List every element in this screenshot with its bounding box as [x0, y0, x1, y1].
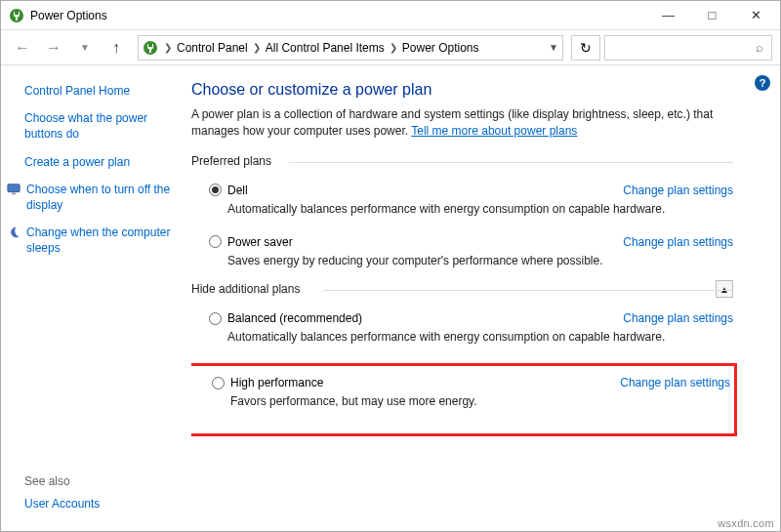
preferred-plans-label: Preferred plans [191, 154, 733, 170]
back-button[interactable]: ← [9, 34, 36, 61]
radio-icon [209, 184, 222, 196]
learn-more-link[interactable]: Tell me more about power plans [411, 124, 577, 138]
plan-radio-dell[interactable]: Dell [209, 184, 248, 197]
search-icon: ⌕ [756, 40, 763, 55]
change-plan-settings-link[interactable]: Change plan settings [623, 184, 733, 197]
group-text: Preferred plans [191, 154, 271, 168]
forward-button[interactable]: → [40, 34, 67, 61]
window-controls: — □ ✕ [646, 2, 778, 29]
sidebar-link[interactable]: Create a power plan [24, 154, 184, 170]
collapse-icon[interactable]: ▲ [716, 280, 733, 298]
sidebar-link[interactable]: Choose what the power buttons do [24, 110, 184, 142]
maximize-button[interactable]: □ [690, 2, 734, 29]
plan-name: Dell [227, 184, 248, 197]
intro-text: A power plan is a collection of hardware… [191, 106, 733, 141]
sidebar-link[interactable]: Change when the computer sleeps [26, 225, 184, 256]
sidebar-link[interactable]: Choose when to turn off the display [26, 182, 184, 213]
chevron-right-icon[interactable]: ❯ [388, 42, 399, 53]
radio-icon [212, 377, 225, 389]
window-title: Power Options [30, 9, 646, 22]
svg-rect-2 [8, 184, 20, 192]
recent-dropdown[interactable]: ▼ [71, 34, 99, 61]
plan-name: High performance [230, 376, 323, 389]
plan-radio-high-performance[interactable]: High performance [212, 376, 323, 389]
radio-icon [209, 312, 222, 325]
watermark: wsxdn.com [718, 517, 774, 529]
chevron-right-icon[interactable]: ❯ [162, 42, 174, 53]
plan-desc: Saves energy by reducing your computer's… [227, 253, 733, 269]
navbar: ← → ▼ ↑ ❯ Control Panel ❯ All Control Pa… [1, 30, 780, 65]
up-button[interactable]: ↑ [103, 34, 130, 61]
page-title: Choose or customize a power plan [191, 81, 733, 99]
power-options-icon [143, 40, 158, 56]
change-plan-settings-link[interactable]: Change plan settings [623, 311, 733, 325]
control-panel-home-link[interactable]: Control Panel Home [24, 83, 184, 99]
plan-radio-power-saver[interactable]: Power saver [209, 235, 293, 249]
plan-desc: Automatically balances performance with … [227, 201, 733, 218]
power-plan-power-saver: Power saver Change plan settings Saves e… [191, 231, 733, 283]
see-also-link[interactable]: User Accounts [24, 496, 184, 512]
power-plan-high-performance: High performance Change plan settings Fa… [194, 372, 730, 410]
radio-icon [209, 235, 222, 248]
chevron-down-icon[interactable]: ▼ [549, 42, 558, 53]
titlebar: Power Options — □ ✕ [1, 1, 780, 30]
power-plan-balanced: Balanced (recommended) Change plan setti… [191, 307, 733, 359]
refresh-button[interactable]: ↻ [571, 35, 600, 61]
sidebar: Control Panel Home Choose what the power… [1, 65, 191, 532]
display-icon [7, 183, 21, 196]
plan-radio-balanced[interactable]: Balanced (recommended) [209, 311, 362, 325]
svg-rect-3 [12, 192, 16, 194]
breadcrumb-item[interactable]: Power Options [399, 41, 482, 55]
sleep-icon [7, 225, 21, 239]
highlighted-plan-box: High performance Change plan settings Fa… [191, 363, 737, 436]
power-plan-dell: Dell Change plan settings Automatically … [191, 180, 733, 231]
search-input[interactable]: ⌕ [604, 35, 772, 61]
plan-desc: Automatically balances performance with … [227, 329, 733, 346]
plan-name: Power saver [227, 235, 293, 249]
group-text: Hide additional plans [191, 282, 300, 296]
chevron-right-icon[interactable]: ❯ [251, 42, 263, 53]
see-also-label: See also [24, 474, 184, 488]
plan-desc: Favors performance, but may use more ene… [230, 393, 730, 410]
change-plan-settings-link[interactable]: Change plan settings [623, 235, 733, 249]
help-icon[interactable]: ? [755, 75, 770, 91]
change-plan-settings-link[interactable]: Change plan settings [620, 376, 730, 389]
breadcrumb-item[interactable]: Control Panel [174, 41, 251, 55]
power-options-icon [9, 8, 24, 23]
breadcrumb-item[interactable]: All Control Panel Items [263, 41, 388, 55]
minimize-button[interactable]: — [646, 2, 690, 29]
hide-additional-plans-toggle[interactable]: Hide additional plans ▲ [191, 282, 733, 298]
plan-name: Balanced (recommended) [227, 311, 362, 325]
content-area: Choose or customize a power plan A power… [191, 65, 780, 532]
close-button[interactable]: ✕ [734, 2, 778, 29]
address-bar[interactable]: ❯ Control Panel ❯ All Control Panel Item… [138, 35, 563, 61]
